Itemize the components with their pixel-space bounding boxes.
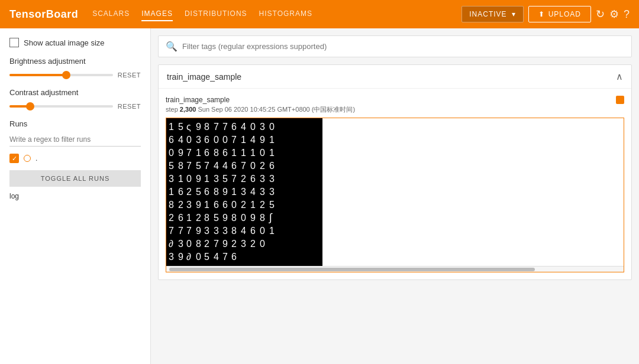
status-dropdown[interactable]: INACTIVE ▾ (462, 6, 523, 22)
expand-icon[interactable] (616, 96, 624, 104)
svg-text:8: 8 (214, 148, 219, 158)
upload-icon: ⬆ (538, 10, 545, 18)
image-card: train_image_sample ∧ train_image_sample … (158, 64, 632, 280)
svg-text:1: 1 (241, 148, 246, 158)
image-item-step: step 2,300 Sun Sep 06 2020 10:45:25 GMT+… (166, 105, 355, 114)
svg-text:3: 3 (260, 122, 265, 132)
svg-text:1: 1 (269, 148, 275, 158)
svg-text:1: 1 (269, 135, 275, 145)
svg-text:1: 1 (204, 174, 209, 184)
svg-text:5: 5 (204, 252, 209, 262)
svg-text:3: 3 (241, 239, 246, 249)
brightness-title: Brightness adjustment (9, 57, 141, 66)
svg-text:4: 4 (178, 135, 183, 145)
search-icon: 🔍 (166, 41, 178, 52)
filter-input[interactable] (182, 42, 624, 51)
svg-text:1: 1 (241, 135, 246, 145)
main-nav: SCALARS IMAGES DISTRIBUTIONS HISTOGRAMS (92, 7, 447, 21)
image-item-info: train_image_sample step 2,300 Sun Sep 06… (166, 96, 355, 114)
svg-text:0: 0 (186, 174, 192, 184)
contrast-thumb[interactable] (26, 102, 34, 110)
app-header: TensorBoard SCALARS IMAGES DISTRIBUTIONS… (0, 0, 639, 28)
settings-icon[interactable]: ⚙ (609, 8, 619, 21)
contrast-reset-button[interactable]: RESET (118, 103, 141, 110)
svg-text:1: 1 (204, 200, 209, 210)
svg-text:6: 6 (214, 200, 219, 210)
nav-scalars[interactable]: SCALARS (92, 7, 130, 21)
main-content: 🔍 train_image_sample ∧ train_image_sampl… (151, 28, 639, 364)
svg-text:0: 0 (196, 252, 201, 262)
refresh-icon[interactable]: ↻ (596, 8, 605, 21)
nav-distributions[interactable]: DISTRIBUTIONS (185, 7, 247, 21)
svg-text:3: 3 (186, 200, 192, 210)
svg-text:3: 3 (214, 174, 219, 184)
image-item-header: train_image_sample step 2,300 Sun Sep 06… (166, 96, 624, 114)
svg-text:2: 2 (186, 187, 192, 197)
brightness-reset-button[interactable]: RESET (118, 72, 141, 79)
svg-text:0: 0 (250, 122, 256, 132)
header-right: INACTIVE ▾ ⬆ UPLOAD ↻ ⚙ ? (462, 6, 630, 22)
nav-histograms[interactable]: HISTOGRAMS (259, 7, 312, 21)
svg-text:3: 3 (169, 252, 174, 262)
svg-text:7: 7 (178, 226, 183, 236)
filter-bar: 🔍 (158, 35, 632, 57)
show-actual-size-row: Show actual image size (9, 38, 141, 47)
svg-text:5: 5 (178, 122, 183, 132)
collapse-icon[interactable]: ∧ (616, 71, 623, 82)
toggle-all-runs-button[interactable]: TOGGLE ALL RUNS (9, 170, 141, 187)
svg-text:9: 9 (222, 187, 228, 197)
run-checkbox[interactable] (9, 154, 19, 163)
svg-text:6: 6 (231, 122, 237, 132)
runs-filter-input[interactable] (9, 133, 141, 147)
svg-text:1: 1 (250, 148, 256, 158)
contrast-slider[interactable] (9, 105, 113, 108)
brightness-slider-row: RESET (9, 72, 141, 79)
svg-text:5: 5 (269, 200, 275, 210)
nav-images[interactable]: IMAGES (141, 7, 173, 21)
svg-text:3: 3 (260, 187, 265, 197)
svg-text:8: 8 (178, 161, 183, 171)
svg-text:9: 9 (178, 252, 183, 262)
image-scrollbar[interactable] (166, 266, 624, 272)
brightness-thumb[interactable] (62, 71, 70, 79)
svg-text:0: 0 (231, 200, 237, 210)
svg-text:9: 9 (250, 213, 256, 223)
svg-text:2: 2 (196, 213, 201, 223)
svg-text:8: 8 (231, 226, 237, 236)
sidebar: Show actual image size Brightness adjust… (0, 28, 151, 364)
svg-text:∂: ∂ (186, 252, 191, 262)
svg-text:1: 1 (169, 122, 174, 132)
svg-text:5: 5 (222, 174, 228, 184)
svg-text:8: 8 (196, 239, 201, 249)
svg-text:8: 8 (204, 122, 209, 132)
svg-text:3: 3 (222, 226, 228, 236)
contrast-title: Contrast adjustment (9, 88, 141, 97)
svg-text:0: 0 (260, 148, 265, 158)
svg-text:3: 3 (214, 226, 219, 236)
svg-text:3: 3 (269, 187, 275, 197)
svg-text:7: 7 (214, 122, 219, 132)
svg-text:6: 6 (178, 187, 183, 197)
svg-text:3: 3 (260, 174, 265, 184)
svg-text:7: 7 (169, 226, 174, 236)
brightness-slider[interactable] (9, 74, 113, 76)
svg-text:6: 6 (222, 148, 228, 158)
svg-text:7: 7 (231, 174, 237, 184)
brightness-fill (9, 74, 66, 76)
svg-text:6: 6 (250, 174, 256, 184)
svg-text:0: 0 (260, 226, 265, 236)
svg-text:6: 6 (169, 135, 174, 145)
show-actual-size-checkbox[interactable] (9, 38, 19, 47)
run-circle-indicator (24, 155, 31, 162)
help-icon[interactable]: ? (624, 8, 630, 21)
svg-text:0: 0 (241, 213, 246, 223)
svg-text:1: 1 (186, 213, 192, 223)
svg-text:2: 2 (241, 200, 246, 210)
image-scroll[interactable]: 1 5 ς 9 8 7 7 6 4 0 3 0 (166, 118, 624, 266)
svg-text:1: 1 (231, 187, 237, 197)
svg-text:7: 7 (231, 135, 237, 145)
upload-button[interactable]: ⬆ UPLOAD (528, 6, 591, 22)
svg-text:4: 4 (222, 161, 228, 171)
svg-text:7: 7 (241, 161, 246, 171)
svg-text:0: 0 (250, 161, 256, 171)
